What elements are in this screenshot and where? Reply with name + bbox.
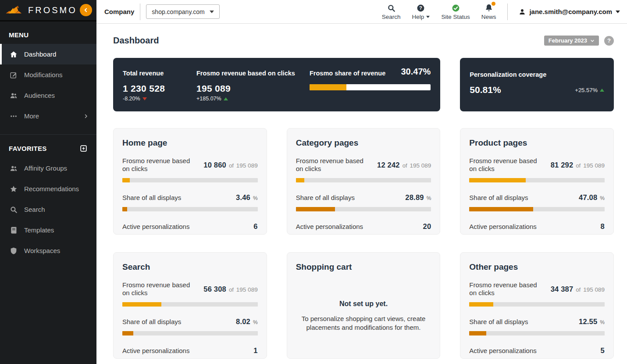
share-of-revenue-bar [310,84,431,90]
page-card-other: Other pages Frosmo revenue based on clic… [460,252,614,359]
page-cards-grid: Home page Frosmo revenue based on clicks… [113,128,614,359]
revenue-bar-fill [469,302,493,307]
of-label: of [576,162,581,169]
sidebar-item-affinity-groups[interactable]: Affinity Groups [0,158,96,178]
frosmo-revenue-block: Frosmo revenue based on clicks 195 089 +… [196,70,310,111]
page-header: Dashboard February 2023 ? [113,36,614,46]
revenue-metric-value: 10 860 [203,161,226,169]
main-area: Company shop.company.com Search ? [96,0,627,364]
users-icon [10,92,18,100]
frosmo-revenue-value: 195 089 [196,83,310,94]
share-of-revenue-block: Frosmo share of revenue 30.47% [310,70,431,111]
help-action[interactable]: ? Help [412,3,430,20]
card-title: Product pages [469,138,605,148]
site-selector-dropdown[interactable]: shop.company.com [146,4,220,19]
sidebar-item-more[interactable]: More [0,106,96,126]
sidebar-item-label: Workspaces [24,247,60,254]
share-bar [296,207,431,211]
coverage-value: 50.81% [470,85,501,95]
site-status-action-label: Site Status [441,14,470,20]
card-title: Shopping cart [296,262,431,272]
active-metric-label: Active personalizations [122,347,189,355]
of-label: of [403,162,407,169]
search-icon [387,3,395,12]
share-of-revenue-bar-fill [310,84,346,90]
chevron-left-icon [83,7,89,13]
active-metric-label: Active personalizations [122,223,189,231]
user-menu[interactable]: jane.smith@company.com [519,8,620,15]
revenue-bar-fill [469,178,526,182]
of-label: of [576,286,581,293]
personalization-coverage-card: Personalization coverage 50.81% +25.57% [460,58,614,111]
percent-sign: % [427,195,431,201]
news-action[interactable]: News [481,3,496,20]
share-metric-value: 3.46 [236,193,250,202]
sidebar-item-workspaces[interactable]: Workspaces [0,240,96,261]
sidebar-item-label: Audiences [24,92,55,99]
revenue-overview-card: Total revenue 1 230 528 -8.20% Frosmo re… [113,58,440,111]
menu-title-label: MENU [9,31,28,39]
active-metric-value: 20 [423,222,431,231]
sidebar-item-dashboard[interactable]: Dashboard [0,44,96,64]
sidebar-item-label: More [24,112,39,120]
total-revenue-block: Total revenue 1 230 528 -8.20% [123,70,196,111]
revenue-metric-total: 195 089 [236,162,258,169]
search-action[interactable]: Search [382,3,401,20]
notification-dot [492,2,495,6]
share-bar [122,207,258,211]
share-metric-value: 28.89 [405,193,424,202]
chevron-right-icon [83,114,89,119]
revenue-metric-value: 34 387 [551,285,574,293]
active-metric-label: Active personalizations [469,223,536,231]
sidebar-item-search[interactable]: Search [0,199,96,220]
page-card-search: Search Frosmo revenue based on clicks 56… [113,252,267,359]
revenue-bar [469,302,605,307]
favorites-section: FAVORITES Affinity Groups [0,134,96,261]
page-help-button[interactable]: ? [604,36,614,46]
of-label: of [229,162,234,169]
frosmo-revenue-label: Frosmo revenue based on clicks [196,70,310,77]
empty-state-title: Not set up yet. [296,300,431,308]
revenue-metric-value: 56 308 [203,285,226,293]
search-action-label: Search [382,14,401,20]
share-metric-label: Share of all displays [122,318,181,326]
site-status-action[interactable]: Site Status [441,3,470,20]
share-bar [469,207,605,211]
page-card-product: Product pages Frosmo revenue based on cl… [460,128,614,235]
share-bar-fill [296,207,335,211]
sidebar-item-modifications[interactable]: Modifications [0,64,96,85]
revenue-bar [296,178,431,182]
revenue-bar-fill [122,178,130,182]
sidebar-collapse-button[interactable] [80,4,92,16]
share-metric-value: 8.02 [236,318,250,326]
share-bar-fill [469,207,533,211]
caret-down-icon [426,16,430,18]
revenue-metric-label: Frosmo revenue based on clicks [296,157,373,173]
share-of-revenue-label: Frosmo share of revenue [310,70,385,77]
coverage-label: Personalization coverage [470,71,604,78]
favorites-section-title: FAVORITES [0,135,96,158]
sidebar-item-recommendations[interactable]: Recommendations [0,178,96,199]
card-title: Other pages [469,262,605,272]
percent-sign: % [600,319,605,325]
sidebar-item-label: Dashboard [24,50,56,58]
star-icon [10,185,18,193]
revenue-metric-total: 195 089 [583,162,605,169]
sidebar-item-audiences[interactable]: Audiences [0,85,96,106]
sidebar-item-templates[interactable]: Templates [0,220,96,240]
site-selector-value: shop.company.com [152,8,204,15]
menu-section-title: MENU [0,21,96,44]
add-favorite-button[interactable] [79,144,88,153]
page-title: Dashboard [113,36,159,46]
sidebar-item-label: Modifications [24,71,63,79]
share-metric-label: Share of all displays [122,194,181,202]
page-card-home: Home page Frosmo revenue based on clicks… [113,128,267,235]
share-of-revenue-value: 30.47% [401,67,431,77]
share-bar-fill [122,331,133,335]
home-icon [10,50,18,58]
period-selector-button[interactable]: February 2023 [544,36,599,46]
revenue-metric-total: 195 089 [583,286,605,293]
revenue-metric-value: 81 292 [551,161,574,169]
bell-icon [484,3,493,12]
share-metric-value: 12.55 [579,318,597,326]
